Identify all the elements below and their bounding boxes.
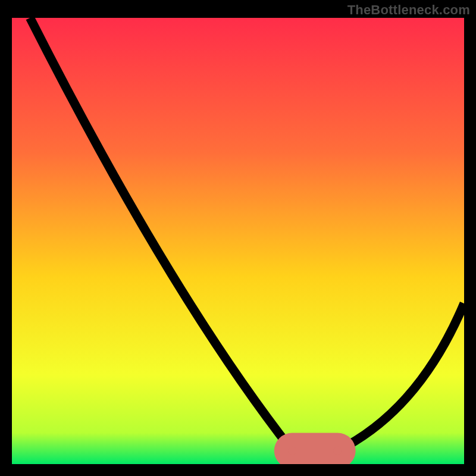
plot-area bbox=[12, 18, 464, 464]
optimal-dot-left bbox=[288, 447, 296, 455]
optimal-dot-right bbox=[333, 447, 342, 455]
gradient-background bbox=[12, 18, 464, 464]
chart-frame: TheBottleneck.com bbox=[0, 0, 476, 476]
attribution-label: TheBottleneck.com bbox=[347, 2, 470, 18]
chart-svg bbox=[12, 18, 464, 464]
